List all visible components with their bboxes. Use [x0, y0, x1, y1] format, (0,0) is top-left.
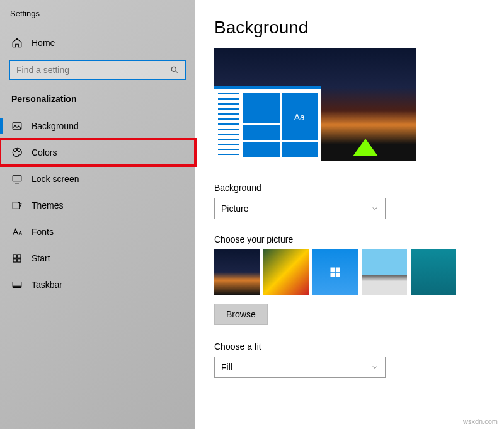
search-icon	[170, 66, 179, 74]
picture-thumb-5[interactable]	[411, 249, 456, 295]
sidebar-item-label: Fonts	[32, 227, 54, 237]
svg-rect-5	[13, 176, 21, 181]
sidebar-item-label: Background	[32, 121, 79, 131]
sidebar-item-colors[interactable]: Colors	[0, 139, 195, 166]
lock-screen-icon	[11, 173, 23, 185]
svg-rect-14	[331, 273, 335, 277]
background-type-value: Picture	[221, 203, 249, 214]
sidebar: Settings Home Personalization Background…	[0, 0, 195, 429]
sidebar-item-themes[interactable]: Themes	[0, 192, 195, 219]
preview-window: Aa	[214, 86, 321, 161]
search-input[interactable]	[16, 65, 170, 75]
preview-tiles: Aa	[242, 89, 321, 161]
picture-thumb-3[interactable]	[312, 249, 358, 295]
choose-picture-label: Choose your picture	[214, 234, 489, 244]
sidebar-item-fonts[interactable]: Fonts	[0, 219, 195, 245]
sidebar-item-label: Start	[32, 253, 50, 263]
svg-point-2	[14, 151, 16, 152]
category-header: Personalization	[0, 90, 195, 113]
preview-tent	[353, 139, 378, 156]
sidebar-item-background[interactable]: Background	[0, 113, 195, 139]
svg-rect-10	[18, 259, 21, 262]
svg-rect-13	[336, 268, 340, 272]
chevron-down-icon	[371, 363, 379, 371]
search-wrap	[9, 60, 186, 80]
background-type-dropdown[interactable]: Picture	[214, 198, 386, 219]
svg-rect-6	[13, 202, 20, 209]
picture-icon	[11, 120, 23, 132]
picture-thumbnails	[214, 249, 489, 295]
sidebar-item-label: Taskbar	[32, 280, 62, 290]
themes-icon	[11, 200, 23, 211]
svg-rect-1	[13, 123, 21, 130]
fit-dropdown[interactable]: Fill	[214, 357, 386, 378]
palette-icon	[11, 147, 23, 158]
svg-point-3	[16, 150, 18, 151]
svg-rect-8	[18, 255, 21, 258]
app-title: Settings	[0, 0, 195, 31]
background-type-label: Background	[214, 183, 489, 193]
taskbar-icon	[11, 279, 23, 290]
search-input-container[interactable]	[9, 60, 186, 80]
svg-rect-15	[336, 273, 340, 277]
sidebar-item-start[interactable]: Start	[0, 245, 195, 272]
preview-sample-text: Aa	[282, 93, 318, 140]
sidebar-item-label: Colors	[32, 147, 57, 157]
fit-value: Fill	[221, 362, 232, 372]
svg-rect-7	[13, 255, 16, 258]
svg-rect-9	[13, 259, 16, 262]
home-label: Home	[32, 38, 55, 48]
start-icon	[11, 253, 23, 264]
choose-fit-label: Choose a fit	[214, 341, 489, 352]
picture-thumb-1[interactable]	[214, 249, 260, 295]
main-content: Background Aa Background Picture Choose …	[195, 0, 504, 429]
background-preview: Aa	[214, 48, 416, 161]
home-icon	[11, 37, 23, 49]
sidebar-item-label: Lock screen	[32, 174, 79, 184]
watermark: wsxdn.com	[463, 418, 498, 425]
browse-button[interactable]: Browse	[214, 304, 268, 325]
home-nav[interactable]: Home	[0, 31, 195, 60]
picture-thumb-4[interactable]	[362, 249, 407, 295]
svg-point-4	[19, 151, 20, 152]
sidebar-item-label: Themes	[32, 200, 64, 210]
svg-rect-11	[13, 282, 21, 288]
sidebar-item-taskbar[interactable]: Taskbar	[0, 272, 195, 298]
svg-rect-12	[331, 268, 335, 272]
sidebar-item-lock-screen[interactable]: Lock screen	[0, 166, 195, 192]
preview-list-bars	[218, 93, 239, 157]
chevron-down-icon	[371, 205, 379, 212]
fonts-icon	[11, 226, 23, 237]
svg-point-0	[171, 67, 176, 71]
picture-thumb-2[interactable]	[263, 249, 309, 295]
page-title: Background	[214, 18, 489, 38]
